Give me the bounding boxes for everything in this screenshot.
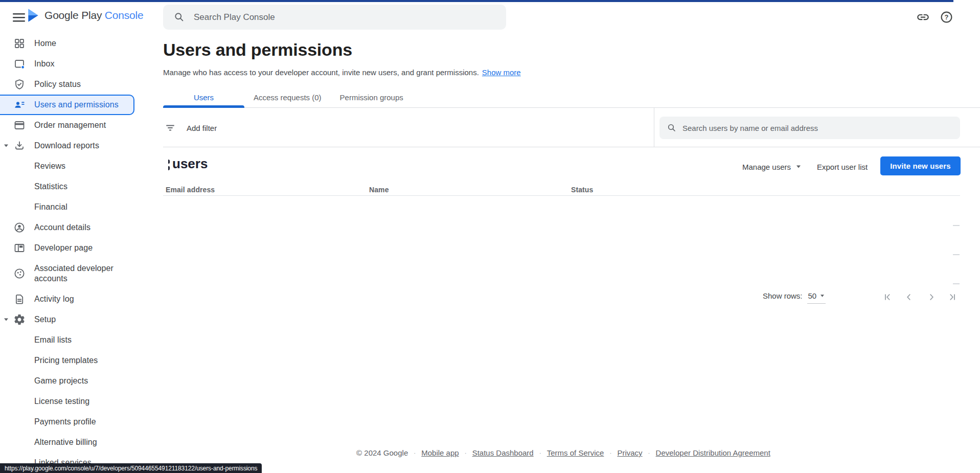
footer-separator: · — [539, 449, 541, 457]
column-header-name: Name — [369, 186, 389, 194]
manage-users-dropdown[interactable]: Manage users — [742, 157, 801, 176]
filter-bar-vertical-divider — [654, 108, 654, 147]
unread-dot — [21, 65, 25, 69]
menu-hamburger-button[interactable] — [9, 9, 29, 26]
page-footer: © 2024 Google · Mobile app · Status Dash… — [147, 448, 980, 457]
first-page-button[interactable] — [881, 290, 895, 304]
footer-link-terms-of-service[interactable]: Terms of Service — [547, 448, 604, 457]
sidebar-item-label: Home — [34, 39, 56, 48]
sidebar-item-home[interactable]: Home — [0, 33, 147, 54]
sidebar-item-associated-developer-accounts[interactable]: Associated developer accounts — [0, 258, 147, 289]
column-header-status: Status — [571, 186, 593, 194]
sidebar-item-label: Alternative billing — [34, 438, 97, 447]
next-page-button[interactable] — [925, 290, 938, 304]
sidebar-nav: Home Inbox Policy status — [0, 33, 147, 473]
collapse-caret-icon[interactable] — [4, 318, 9, 322]
footer-separator: · — [465, 449, 467, 457]
add-filter-label: Add filter — [187, 124, 217, 132]
tab-access-requests[interactable]: Access requests (0) — [244, 87, 331, 107]
sidebar-item-label: Inbox — [34, 59, 55, 69]
show-more-link[interactable]: Show more — [482, 68, 521, 77]
sidebar-item-download-reports[interactable]: Download reports — [0, 136, 147, 156]
sidebar-item-label: Email lists — [34, 335, 72, 345]
play-triangle-icon — [27, 8, 40, 22]
tab-bar-divider — [163, 107, 980, 108]
top-accent-strip — [0, 0, 953, 2]
copy-link-button[interactable] — [912, 6, 933, 28]
footer-link-developer-distribution-agreement[interactable]: Developer Distribution Agreement — [656, 448, 770, 457]
account-circle-icon — [13, 221, 26, 234]
tab-users[interactable]: Users — [163, 87, 244, 107]
rows-per-page-select[interactable]: 50 — [807, 291, 826, 304]
sidebar-item-users-and-permissions[interactable]: Users and permissions — [0, 95, 134, 115]
users-search-bar[interactable] — [659, 117, 960, 139]
sidebar-item-game-projects[interactable]: Game projects — [0, 371, 147, 391]
sidebar-item-payments-profile[interactable]: Payments profile — [0, 412, 147, 432]
chevron-right-icon — [926, 291, 937, 303]
sidebar-item-license-testing[interactable]: License testing — [0, 391, 147, 412]
export-user-list-button[interactable]: Export user list — [817, 157, 868, 176]
google-play-console-logo[interactable]: Google Play Console — [27, 6, 144, 25]
table-header-divider — [163, 195, 960, 196]
sidebar-item-reviews[interactable]: Reviews — [0, 156, 147, 176]
chevron-left-icon — [903, 291, 915, 303]
sidebar-item-activity-log[interactable]: Activity log — [0, 289, 147, 309]
sidebar-item-pricing-templates[interactable]: Pricing templates — [0, 350, 147, 371]
show-rows-label: Show rows: — [763, 291, 803, 300]
sidebar-item-setup[interactable]: Setup — [0, 309, 147, 330]
users-search-input[interactable] — [682, 124, 953, 132]
rows-per-page-value: 50 — [808, 291, 817, 300]
search-icon — [173, 11, 185, 23]
last-page-button[interactable] — [945, 290, 959, 304]
footer-link-privacy[interactable]: Privacy — [617, 448, 642, 457]
previous-page-button[interactable] — [902, 290, 916, 304]
sidebar-item-alternative-billing[interactable]: Alternative billing — [0, 432, 147, 453]
sidebar-item-label: Policy status — [34, 80, 81, 89]
link-icon — [916, 10, 930, 24]
add-filter-button[interactable]: Add filter — [164, 117, 217, 139]
sidebar-item-policy-status[interactable]: Policy status — [0, 74, 147, 95]
logo-wordmark: Google Play Console — [44, 9, 144, 21]
page-title: Users and permissions — [163, 40, 352, 60]
hamburger-icon — [12, 12, 26, 23]
help-button[interactable]: ? — [936, 6, 957, 28]
sidebar-item-developer-page[interactable]: Developer page — [0, 238, 147, 258]
sidebar-item-account-details[interactable]: Account details — [0, 217, 147, 238]
sidebar-item-label: Order management — [34, 121, 106, 130]
global-search-bar[interactable] — [163, 5, 506, 30]
collapse-caret-icon[interactable] — [4, 144, 9, 148]
page-description: Manage who has access to your developer … — [163, 68, 521, 77]
column-header-email: Email address — [166, 186, 215, 194]
document-icon — [13, 293, 26, 305]
filter-icon — [164, 122, 176, 134]
filter-bar-bottom-divider — [163, 147, 980, 147]
table-row — [953, 283, 960, 284]
users-icon — [13, 99, 26, 111]
sidebar-item-financial[interactable]: Financial — [0, 197, 147, 217]
help-icon: ? — [940, 10, 953, 24]
footer-separator: · — [414, 449, 416, 457]
associated-accounts-icon — [13, 267, 26, 280]
sidebar-item-label: Users and permissions — [34, 100, 119, 109]
sidebar-item-inbox[interactable]: Inbox — [0, 54, 147, 74]
sidebar-item-label: Game projects — [34, 376, 88, 386]
table-row — [953, 225, 960, 226]
sidebar-item-label: Financial — [34, 202, 67, 212]
footer-link-mobile-app[interactable]: Mobile app — [421, 448, 459, 457]
sidebar-item-label: Statistics — [34, 182, 67, 191]
sidebar-item-label: Developer page — [34, 243, 93, 253]
tab-permission-groups[interactable]: Permission groups — [331, 87, 413, 107]
chevron-down-icon — [820, 294, 825, 298]
sidebar-item-order-management[interactable]: Order management — [0, 115, 147, 136]
tab-bar: Users Access requests (0) Permission gro… — [163, 87, 413, 107]
sidebar-item-label: License testing — [34, 397, 89, 406]
download-icon — [13, 140, 26, 152]
sidebar-item-email-lists[interactable]: Email lists — [0, 330, 147, 350]
sidebar-item-statistics[interactable]: Statistics — [0, 176, 147, 197]
svg-text:?: ? — [944, 13, 948, 21]
sidebar-item-label: Activity log — [34, 295, 74, 304]
invite-new-users-button[interactable]: Invite new users — [880, 156, 961, 175]
footer-link-status-dashboard[interactable]: Status Dashboard — [472, 448, 534, 457]
global-search-input[interactable] — [194, 12, 490, 22]
sidebar-item-label: Payments profile — [34, 417, 96, 426]
